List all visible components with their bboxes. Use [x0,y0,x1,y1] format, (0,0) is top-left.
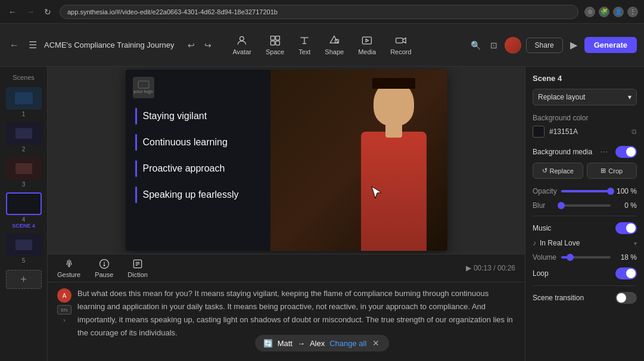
loop-row: Loop [533,267,637,279]
menu-icon[interactable]: ⋮ [627,7,638,17]
music-chevron-icon[interactable]: ▾ [634,240,637,247]
svg-point-11 [104,265,105,266]
play-icon: ▶ [466,264,471,272]
scene-num-2: 2 [22,146,26,153]
toolbar-text[interactable]: Text [298,35,310,55]
fullscreen-button[interactable]: ⊡ [488,38,500,52]
editor-left-controls: ← ☰ ACME's Compliance Training Journey ↩… [7,37,215,53]
canvas-area[interactable]: your logo Staying vigilant Continuous le… [48,67,525,254]
script-icons: A EN › [57,287,71,356]
copy-icon[interactable]: ⧉ [631,127,637,136]
diction-label: Diction [127,271,148,278]
bg-media-row: Background media ··· [533,146,637,158]
scene-item-5[interactable]: 5 [0,232,47,265]
back-to-home-button[interactable]: ← [7,38,21,53]
extensions-icon[interactable]: 🧩 [599,7,609,17]
toolbar-record[interactable]: Record [390,35,411,55]
scene-title: Scene 4 [533,74,637,83]
svg-rect-1 [270,36,275,41]
toast-to: Alex [310,339,325,348]
bullet-bar-1 [135,108,137,125]
divider-1 [533,216,637,216]
toolbar-space[interactable]: Space [266,35,284,55]
bg-media-toggle[interactable] [615,146,637,158]
music-note-icon: ♪ [533,239,536,247]
forward-button[interactable]: → [24,5,37,19]
profile-icon[interactable]: 👤 [613,7,624,17]
toast-icon: 🔄 [263,339,273,348]
layout-label: Replace layout [538,93,585,101]
music-header-row: Music [533,222,637,234]
generate-button[interactable]: Generate [584,37,637,53]
canvas-avatar [270,70,447,251]
toolbar-center: Avatar Space Text Shape Media Record [232,35,411,55]
toolbar-avatar[interactable]: Avatar [232,35,251,55]
bullet-bar-2 [135,134,137,151]
undo-redo-group: ↩ ↪ [184,38,215,52]
divider-2 [533,285,637,286]
toolbar-shape[interactable]: Shape [325,35,344,55]
bookmark-icon[interactable]: ☆ [584,7,595,17]
toast-close-button[interactable]: ✕ [371,338,381,348]
crop-label: Crop [608,167,623,175]
editor-topbar: ← ☰ ACME's Compliance Training Journey ↩… [0,24,644,67]
scene-item-1[interactable]: 1 [0,86,47,119]
music-toggle[interactable] [615,222,637,234]
diction-button[interactable]: Diction [127,258,148,278]
bullet-bar-4 [135,186,137,203]
volume-slider[interactable] [561,256,611,259]
bg-color-row: #13151A ⧉ [533,126,637,138]
blur-slider[interactable] [561,204,611,207]
url-bar[interactable]: app.synthesia.io/#/video-edit/e22a0663-4… [60,5,578,19]
svg-rect-8 [138,81,149,88]
blur-value: 0 % [615,201,637,210]
editor-right-controls: 🔍 ⊡ Share ▶ Generate [468,37,637,54]
back-button[interactable]: ← [6,5,19,19]
layout-select[interactable]: Replace layout ▾ [533,89,637,105]
replace-icon: ↺ [542,167,547,175]
scene-transition-toggle[interactable] [615,292,637,304]
scene-thumb-5 [6,234,42,256]
add-scene-button[interactable]: + [6,270,42,289]
opacity-label: Opacity [533,187,556,195]
play-preview-button[interactable]: ▶ [568,37,580,53]
pause-button[interactable]: Pause [95,258,113,278]
bg-color-value: #13151A [549,127,627,136]
hamburger-menu-button[interactable]: ☰ [26,37,39,53]
gesture-button[interactable]: Gesture [57,258,80,278]
canvas-frame: your logo Staying vigilant Continuous le… [126,70,447,251]
scene-transition-row: Scene transition [533,292,637,304]
replace-button[interactable]: ↺ Replace [533,163,583,179]
svg-rect-6 [363,37,372,44]
volume-label: Volume [533,253,556,262]
scene-item-2[interactable]: 2 [0,121,47,154]
scene-item-4[interactable]: 4 SCENE 4 [0,191,47,230]
svg-rect-3 [270,41,275,45]
canvas-logo: your logo [133,77,154,98]
right-panel: Scene 4 Replace layout ▾ Background colo… [525,67,644,361]
search-button[interactable]: 🔍 [468,38,483,52]
opacity-slider[interactable] [561,190,611,192]
reload-button[interactable]: ↻ [42,5,54,19]
center-area: your logo Staying vigilant Continuous le… [48,67,525,361]
redo-button[interactable]: ↪ [201,38,215,52]
loop-toggle[interactable] [615,267,637,279]
bg-color-label: Background color [533,114,637,122]
opacity-row: Opacity 100 % [533,187,637,195]
crop-button[interactable]: ⊞ Crop [587,163,637,179]
scene-item-3[interactable]: 3 [0,156,47,189]
toolbar-text-label: Text [298,48,310,55]
bg-color-swatch[interactable] [533,126,545,138]
media-dots-icon[interactable]: ··· [600,147,608,157]
volume-value: 18 % [615,253,637,262]
toolbar-media[interactable]: Media [358,35,376,55]
share-button[interactable]: Share [526,38,563,53]
script-expand-arrow[interactable]: › [63,317,65,323]
undo-button[interactable]: ↩ [184,38,198,52]
avatar-initial: A [63,292,67,299]
browser-topbar: ← → ↻ app.synthesia.io/#/video-edit/e22a… [0,0,644,24]
scene-num-5: 5 [22,257,26,264]
loop-label: Loop [533,269,549,278]
change-all-button[interactable]: Change all [329,339,366,348]
scene-num-4: 4 [22,216,26,223]
